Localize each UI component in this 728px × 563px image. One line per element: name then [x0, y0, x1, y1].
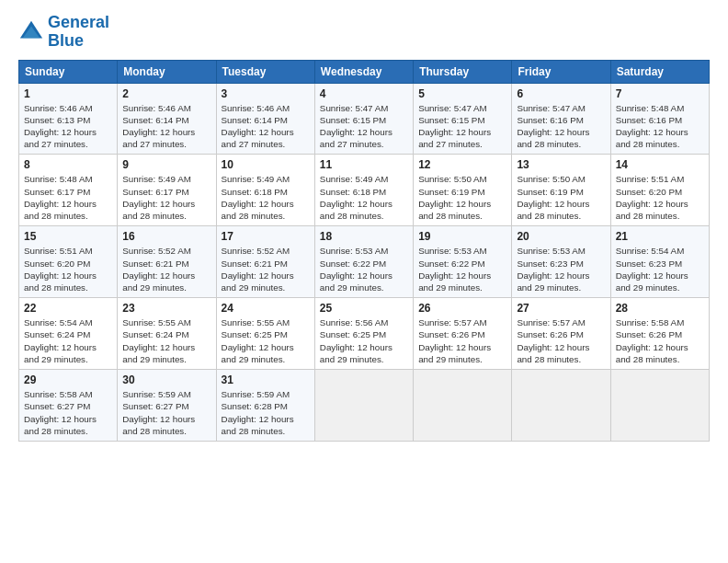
day-number: 31	[222, 373, 310, 386]
day-of-week-saturday: Saturday	[610, 60, 709, 83]
day-info: Sunrise: 5:48 AMSunset: 6:17 PMDaylight:…	[24, 173, 112, 222]
calendar-cell: 19Sunrise: 5:53 AMSunset: 6:22 PMDayligh…	[414, 226, 512, 298]
day-number: 2	[122, 87, 210, 100]
day-info: Sunrise: 5:54 AMSunset: 6:23 PMDaylight:…	[616, 245, 704, 293]
day-number: 18	[320, 230, 408, 243]
day-number: 11	[320, 158, 408, 171]
page: General Blue SundayMondayTuesdayWednesda…	[0, 0, 728, 563]
calendar-cell: 5Sunrise: 5:47 AMSunset: 6:15 PMDaylight…	[414, 83, 512, 155]
day-info: Sunrise: 5:52 AMSunset: 6:21 PMDaylight:…	[122, 245, 210, 293]
calendar-cell: 12Sunrise: 5:50 AMSunset: 6:19 PMDayligh…	[414, 155, 512, 226]
day-number: 22	[24, 302, 112, 315]
calendar-cell: 14Sunrise: 5:51 AMSunset: 6:20 PMDayligh…	[610, 155, 709, 226]
day-number: 19	[418, 230, 506, 243]
calendar-cell: 17Sunrise: 5:52 AMSunset: 6:21 PMDayligh…	[216, 226, 314, 298]
day-number: 4	[320, 87, 408, 100]
day-of-week-wednesday: Wednesday	[314, 60, 413, 83]
day-info: Sunrise: 5:57 AMSunset: 6:26 PMDaylight:…	[517, 316, 605, 365]
day-number: 16	[122, 230, 210, 243]
day-info: Sunrise: 5:46 AMSunset: 6:14 PMDaylight:…	[122, 102, 210, 151]
calendar-week-2: 8Sunrise: 5:48 AMSunset: 6:17 PMDaylight…	[19, 155, 710, 226]
calendar-cell: 30Sunrise: 5:59 AMSunset: 6:27 PMDayligh…	[118, 370, 216, 442]
day-info: Sunrise: 5:47 AMSunset: 6:15 PMDaylight:…	[418, 102, 506, 151]
day-info: Sunrise: 5:51 AMSunset: 6:20 PMDaylight:…	[24, 245, 112, 293]
calendar-cell: 1Sunrise: 5:46 AMSunset: 6:13 PMDaylight…	[19, 83, 118, 155]
day-number: 6	[517, 87, 605, 100]
calendar-cell	[414, 370, 512, 442]
day-info: Sunrise: 5:58 AMSunset: 6:27 PMDaylight:…	[24, 388, 112, 437]
calendar-cell	[610, 370, 709, 442]
day-number: 20	[517, 230, 605, 243]
day-info: Sunrise: 5:53 AMSunset: 6:22 PMDaylight:…	[418, 245, 506, 293]
day-number: 23	[122, 302, 210, 315]
day-number: 14	[616, 158, 704, 171]
day-info: Sunrise: 5:53 AMSunset: 6:22 PMDaylight:…	[320, 245, 408, 293]
day-info: Sunrise: 5:56 AMSunset: 6:25 PMDaylight:…	[320, 316, 408, 365]
day-of-week-tuesday: Tuesday	[216, 60, 314, 83]
calendar-cell: 9Sunrise: 5:49 AMSunset: 6:17 PMDaylight…	[118, 155, 216, 226]
calendar-cell: 20Sunrise: 5:53 AMSunset: 6:23 PMDayligh…	[512, 226, 610, 298]
logo-icon	[18, 19, 44, 45]
day-info: Sunrise: 5:55 AMSunset: 6:25 PMDaylight:…	[222, 316, 310, 365]
day-number: 5	[418, 87, 506, 100]
calendar-cell: 31Sunrise: 5:59 AMSunset: 6:28 PMDayligh…	[216, 370, 314, 442]
calendar-week-3: 15Sunrise: 5:51 AMSunset: 6:20 PMDayligh…	[19, 226, 710, 298]
day-number: 8	[24, 158, 112, 171]
calendar-cell: 27Sunrise: 5:57 AMSunset: 6:26 PMDayligh…	[512, 298, 610, 370]
day-info: Sunrise: 5:50 AMSunset: 6:19 PMDaylight:…	[418, 173, 506, 222]
day-info: Sunrise: 5:49 AMSunset: 6:18 PMDaylight:…	[320, 173, 408, 222]
day-number: 26	[418, 302, 506, 315]
day-number: 30	[122, 373, 210, 386]
calendar-header: SundayMondayTuesdayWednesdayThursdayFrid…	[19, 60, 710, 83]
day-number: 27	[517, 302, 605, 315]
day-number: 12	[418, 158, 506, 171]
day-info: Sunrise: 5:58 AMSunset: 6:26 PMDaylight:…	[616, 316, 704, 365]
day-number: 10	[222, 158, 310, 171]
day-info: Sunrise: 5:47 AMSunset: 6:15 PMDaylight:…	[320, 102, 408, 151]
day-number: 9	[122, 158, 210, 171]
day-number: 29	[24, 373, 112, 386]
calendar-body: 1Sunrise: 5:46 AMSunset: 6:13 PMDaylight…	[19, 83, 710, 441]
day-info: Sunrise: 5:59 AMSunset: 6:28 PMDaylight:…	[222, 388, 310, 437]
logo-general: General	[48, 13, 109, 31]
calendar-cell: 13Sunrise: 5:50 AMSunset: 6:19 PMDayligh…	[512, 155, 610, 226]
day-info: Sunrise: 5:49 AMSunset: 6:17 PMDaylight:…	[122, 173, 210, 222]
calendar-week-1: 1Sunrise: 5:46 AMSunset: 6:13 PMDaylight…	[19, 83, 710, 155]
calendar-cell: 18Sunrise: 5:53 AMSunset: 6:22 PMDayligh…	[314, 226, 413, 298]
day-number: 1	[24, 87, 112, 100]
day-info: Sunrise: 5:52 AMSunset: 6:21 PMDaylight:…	[222, 245, 310, 293]
calendar-cell: 22Sunrise: 5:54 AMSunset: 6:24 PMDayligh…	[19, 298, 118, 370]
calendar-week-4: 22Sunrise: 5:54 AMSunset: 6:24 PMDayligh…	[19, 298, 710, 370]
day-number: 25	[320, 302, 408, 315]
day-number: 24	[222, 302, 310, 315]
day-info: Sunrise: 5:53 AMSunset: 6:23 PMDaylight:…	[517, 245, 605, 293]
day-info: Sunrise: 5:54 AMSunset: 6:24 PMDaylight:…	[24, 316, 112, 365]
calendar-cell: 16Sunrise: 5:52 AMSunset: 6:21 PMDayligh…	[118, 226, 216, 298]
calendar-cell: 28Sunrise: 5:58 AMSunset: 6:26 PMDayligh…	[610, 298, 709, 370]
day-info: Sunrise: 5:47 AMSunset: 6:16 PMDaylight:…	[517, 102, 605, 151]
calendar-cell: 7Sunrise: 5:48 AMSunset: 6:16 PMDaylight…	[610, 83, 709, 155]
calendar-cell: 26Sunrise: 5:57 AMSunset: 6:26 PMDayligh…	[414, 298, 512, 370]
calendar-cell	[314, 370, 413, 442]
day-of-week-thursday: Thursday	[414, 60, 512, 83]
calendar-cell: 2Sunrise: 5:46 AMSunset: 6:14 PMDaylight…	[118, 83, 216, 155]
calendar-cell: 3Sunrise: 5:46 AMSunset: 6:14 PMDaylight…	[216, 83, 314, 155]
day-info: Sunrise: 5:59 AMSunset: 6:27 PMDaylight:…	[122, 388, 210, 437]
calendar: SundayMondayTuesdayWednesdayThursdayFrid…	[18, 60, 710, 442]
day-number: 7	[616, 87, 704, 100]
day-info: Sunrise: 5:46 AMSunset: 6:13 PMDaylight:…	[24, 102, 112, 151]
day-number: 21	[616, 230, 704, 243]
day-of-week-monday: Monday	[118, 60, 216, 83]
calendar-cell: 24Sunrise: 5:55 AMSunset: 6:25 PMDayligh…	[216, 298, 314, 370]
days-of-week-row: SundayMondayTuesdayWednesdayThursdayFrid…	[19, 60, 710, 83]
day-info: Sunrise: 5:55 AMSunset: 6:24 PMDaylight:…	[122, 316, 210, 365]
day-number: 17	[222, 230, 310, 243]
logo: General Blue	[18, 14, 109, 51]
day-number: 28	[616, 302, 704, 315]
day-info: Sunrise: 5:46 AMSunset: 6:14 PMDaylight:…	[222, 102, 310, 151]
header: General Blue	[18, 14, 710, 51]
logo-blue-text: Blue	[48, 31, 84, 50]
calendar-cell: 10Sunrise: 5:49 AMSunset: 6:18 PMDayligh…	[216, 155, 314, 226]
calendar-cell: 25Sunrise: 5:56 AMSunset: 6:25 PMDayligh…	[314, 298, 413, 370]
calendar-cell: 15Sunrise: 5:51 AMSunset: 6:20 PMDayligh…	[19, 226, 118, 298]
